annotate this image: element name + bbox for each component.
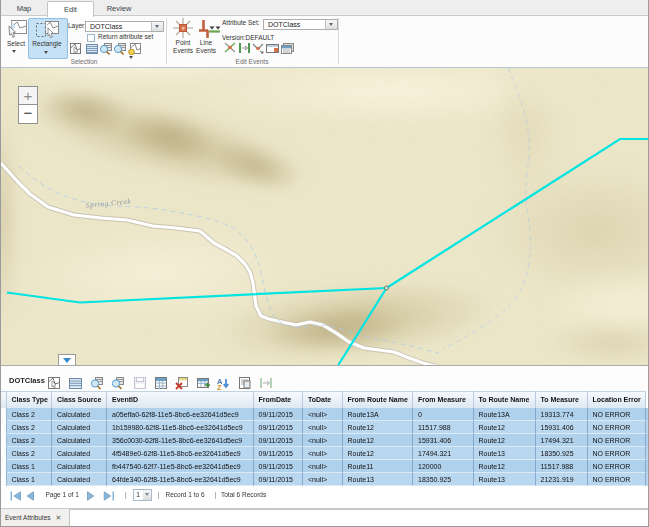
svg-text:Spring Creek: Spring Creek bbox=[85, 196, 131, 210]
svg-text:Z: Z bbox=[217, 383, 222, 391]
